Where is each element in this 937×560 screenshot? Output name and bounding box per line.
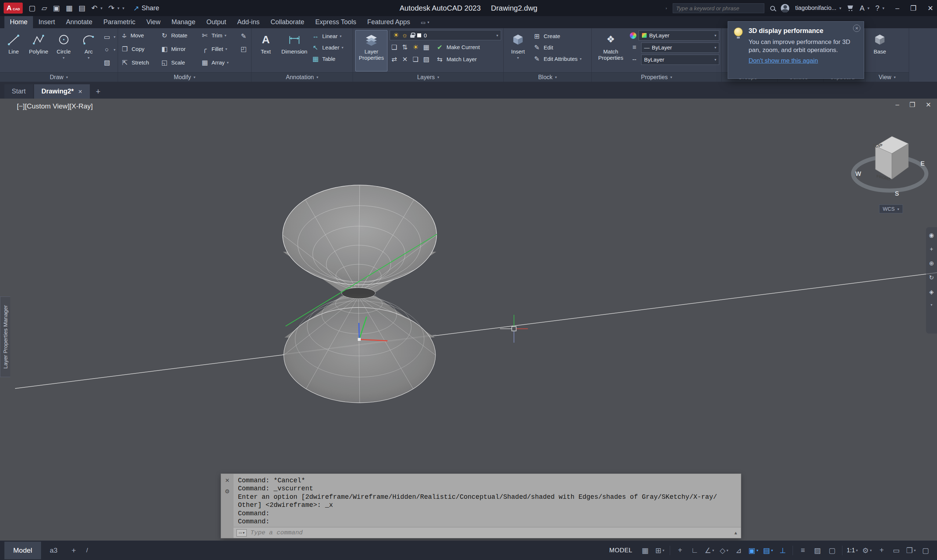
layer-dropdown[interactable]: ☀ ☼ 0 ▾ bbox=[390, 30, 501, 40]
help-caret-icon[interactable]: ▾ bbox=[882, 6, 885, 11]
transparency-toggle[interactable]: ▨ bbox=[811, 543, 825, 558]
color-wheel-icon[interactable] bbox=[630, 32, 636, 39]
layer-isolate-icon[interactable]: ⇅ bbox=[400, 43, 409, 52]
trim-button[interactable]: ✄ Trim ▾ bbox=[200, 30, 237, 41]
undo-icon[interactable]: ↶ bbox=[91, 5, 97, 12]
snap-toggle[interactable]: ⊞▾ bbox=[653, 543, 667, 558]
tab-parametric[interactable]: Parametric bbox=[98, 16, 141, 28]
rotate-button[interactable]: ↻ Rotate bbox=[160, 30, 199, 41]
redo-icon[interactable]: ↷ bbox=[109, 5, 115, 12]
navbar-caret-icon[interactable]: ▾ bbox=[931, 303, 932, 307]
close-button[interactable]: ✕ bbox=[928, 4, 933, 12]
help-search-field[interactable] bbox=[673, 3, 764, 13]
leader-button[interactable]: ↖ Leader ▾ bbox=[311, 42, 343, 53]
app-menu-button[interactable]: A CAD bbox=[4, 3, 23, 14]
3d-object-snap-toggle[interactable]: ▤▾ bbox=[761, 543, 775, 558]
tab-featured-apps[interactable]: Featured Apps bbox=[362, 16, 416, 28]
open-file-icon[interactable]: ▱ bbox=[42, 5, 47, 12]
file-tab-close-icon[interactable]: ✕ bbox=[78, 89, 83, 95]
lineweight-icon[interactable]: ≡ bbox=[630, 43, 639, 52]
edit-block-button[interactable]: ✎ Edit bbox=[532, 42, 582, 53]
minimize-button[interactable]: – bbox=[895, 4, 899, 12]
search-expand-icon[interactable]: › bbox=[666, 6, 667, 10]
viewcube[interactable]: W E S TOP FRONT bbox=[827, 119, 937, 207]
lineweight-dropdown[interactable]: — ByLayer ▾ bbox=[641, 43, 719, 53]
dynamic-ucs-toggle[interactable]: ⊥ bbox=[776, 543, 789, 558]
new-layout-button[interactable]: + bbox=[66, 542, 81, 558]
linetype-icon[interactable]: ╌ bbox=[630, 55, 639, 64]
line-button[interactable]: Line bbox=[2, 30, 25, 71]
tab-output[interactable]: Output bbox=[201, 16, 232, 28]
recent-commands-icon[interactable]: ▭▾ bbox=[237, 529, 247, 537]
add-scales-button[interactable]: + bbox=[875, 543, 889, 558]
panel-label-block[interactable]: Block▾ bbox=[504, 72, 591, 82]
tab-annotate[interactable]: Annotate bbox=[60, 16, 98, 28]
match-properties-button[interactable]: ❖ Match Properties bbox=[594, 30, 628, 71]
share-button[interactable]: ↗ Share bbox=[133, 4, 159, 12]
tab-insert[interactable]: Insert bbox=[33, 16, 60, 28]
object-color-dropdown[interactable]: ByLayer ▾ bbox=[639, 31, 719, 41]
file-tab-start[interactable]: Start bbox=[5, 84, 33, 98]
layer-off-icon[interactable]: ☀ bbox=[411, 43, 420, 52]
stretch-button[interactable]: ⇱ Stretch bbox=[120, 57, 159, 68]
dont-show-again-link[interactable]: Don't show me this again bbox=[749, 57, 818, 65]
notification-close-icon[interactable]: ✕ bbox=[853, 25, 860, 32]
store-cart-icon[interactable] bbox=[847, 5, 854, 11]
fillet-button[interactable]: ╭ Fillet ▾ bbox=[200, 44, 237, 54]
restore-button[interactable]: ❐ bbox=[910, 4, 917, 12]
copy-button[interactable]: ❐ Copy bbox=[120, 44, 159, 54]
make-current-button[interactable]: ✔ Make Current bbox=[435, 42, 480, 52]
dimension-button[interactable]: Dimension bbox=[280, 30, 309, 71]
panel-label-properties[interactable]: Properties▾ bbox=[592, 72, 722, 82]
move-button[interactable]: ↔↕ Move bbox=[120, 30, 159, 41]
polar-tracking-toggle[interactable]: ∠▾ bbox=[702, 543, 716, 558]
isometric-drafting-toggle[interactable]: ◇▾ bbox=[717, 543, 731, 558]
layer-properties-manager-tab[interactable]: Layer Properties Manager bbox=[0, 297, 10, 377]
doc-close-icon[interactable]: ✕ bbox=[926, 101, 931, 109]
hatch-button[interactable]: ▨ bbox=[102, 57, 115, 68]
command-close-icon[interactable]: ✕ bbox=[225, 477, 230, 484]
app-caret-icon[interactable]: ▾ bbox=[867, 6, 869, 11]
rectangle-button[interactable]: ▭ ▾ bbox=[102, 32, 115, 42]
autodesk-app-icon[interactable]: A bbox=[860, 5, 865, 12]
tab-view[interactable]: View bbox=[141, 16, 166, 28]
pan-icon[interactable]: + bbox=[930, 246, 933, 252]
tab-collaborate[interactable]: Collaborate bbox=[265, 16, 310, 28]
doc-restore-icon[interactable]: ❐ bbox=[909, 101, 915, 109]
save-as-icon[interactable]: ▦ bbox=[66, 5, 72, 12]
grid-toggle[interactable]: ▦ bbox=[638, 543, 652, 558]
save-icon[interactable]: ▣ bbox=[53, 5, 60, 12]
ortho-toggle[interactable]: ∟ bbox=[688, 543, 702, 558]
tab-home[interactable]: Home bbox=[5, 16, 33, 28]
motion-tools-icon[interactable]: ◈ bbox=[929, 288, 934, 295]
explode-icon[interactable]: ◰ bbox=[239, 45, 248, 54]
object-snap-tracking-toggle[interactable]: ⊿ bbox=[732, 543, 746, 558]
layout-overflow-icon[interactable]: / bbox=[81, 543, 93, 558]
clean-screen-button[interactable]: ▢ bbox=[919, 543, 932, 558]
tab-manage[interactable]: Manage bbox=[166, 16, 201, 28]
mirror-button[interactable]: ◧ Mirror bbox=[160, 44, 199, 54]
panel-label-layers[interactable]: Layers▾ bbox=[353, 72, 503, 82]
new-file-icon[interactable]: ▢ bbox=[29, 5, 35, 12]
layer-unisolate-icon[interactable]: ⇄ bbox=[390, 55, 399, 64]
nav-wheel-icon[interactable]: ◉ bbox=[929, 232, 934, 238]
doc-minimize-icon[interactable]: – bbox=[895, 101, 899, 109]
polyline-button[interactable]: Polyline bbox=[27, 30, 50, 71]
model-space-button[interactable]: MODEL bbox=[604, 543, 637, 558]
viewport-controls-label[interactable]: [−][Custom View][X-Ray] bbox=[17, 102, 93, 110]
user-menu-caret-icon[interactable]: ▾ bbox=[839, 6, 841, 11]
model-tab[interactable]: Model bbox=[5, 542, 41, 559]
redo-caret-icon[interactable]: ▾ bbox=[117, 6, 120, 11]
lineweight-display-toggle[interactable]: ≡ bbox=[796, 543, 810, 558]
orbit-icon[interactable]: ↻ bbox=[929, 274, 934, 281]
undo-caret-icon[interactable]: ▾ bbox=[100, 6, 103, 11]
panel-label-modify[interactable]: Modify▾ bbox=[118, 72, 251, 82]
annotation-scale-button[interactable]: 1:1▾ bbox=[845, 543, 859, 558]
layer-walk-icon[interactable]: ❏ bbox=[411, 55, 420, 64]
edit-tool-icon[interactable]: ✎ bbox=[239, 32, 248, 41]
search-icon[interactable] bbox=[770, 6, 775, 11]
qat-customize-icon[interactable]: ▾ bbox=[122, 6, 125, 11]
panel-label-view[interactable]: View▾ bbox=[866, 72, 909, 82]
layer-state-icon[interactable]: ❏ bbox=[390, 43, 399, 52]
array-button[interactable]: ▦ Array ▾ bbox=[200, 57, 237, 68]
